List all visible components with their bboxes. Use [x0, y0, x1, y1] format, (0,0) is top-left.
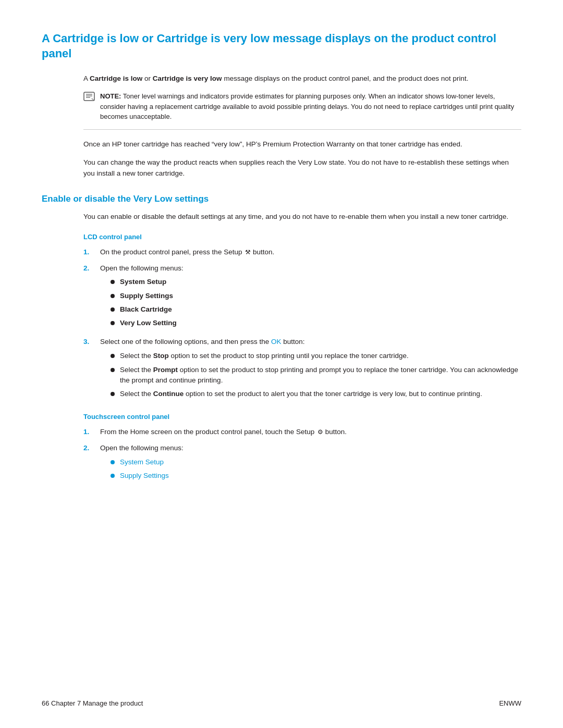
bullet-supply-settings: Supply Settings — [111, 291, 521, 301]
step-2-number: 2. — [83, 263, 100, 332]
step-3-content: Select one of the following options, and… — [100, 337, 521, 402]
bullet-dot-3 — [111, 307, 115, 312]
step-3-bullet-list: Select the Stop option to set the produc… — [111, 351, 521, 399]
bullet-prompt-text: Select the Prompt option to set the prod… — [120, 365, 521, 386]
bullet-stop: Select the Stop option to set the produc… — [111, 351, 521, 361]
touch-step-1: 1. From the Home screen on the product c… — [83, 427, 521, 438]
touch-step-1-number: 1. — [83, 427, 100, 438]
bullet-dot-prompt — [111, 368, 115, 372]
bullet-supply-settings-label: Supply Settings — [120, 291, 173, 301]
note-label: NOTE: — [100, 92, 121, 100]
footer-left: 66 Chapter 7 Manage the product — [42, 699, 143, 707]
touch-step-2-number: 2. — [83, 443, 100, 484]
lcd-step-1: 1. On the product control panel, press t… — [83, 247, 521, 258]
lcd-heading: LCD control panel — [83, 233, 521, 241]
bullet-dot-continue — [111, 392, 115, 396]
bullet-continue-text: Select the Continue option to set the pr… — [120, 389, 482, 399]
lcd-step-3: 3. Select one of the following options, … — [83, 337, 521, 402]
intro-paragraph: A Cartridge is low or Cartridge is very … — [83, 73, 521, 84]
touch-step-2: 2. Open the following menus: System Setu… — [83, 443, 521, 484]
touch-step-1-content: From the Home screen on the product cont… — [100, 427, 521, 438]
page-container: A Cartridge is low or Cartridge is very … — [42, 31, 521, 485]
touchscreen-heading: Touchscreen control panel — [83, 413, 521, 421]
touch-bullet-system-setup: System Setup — [111, 457, 521, 467]
lcd-steps-list: 1. On the product control panel, press t… — [83, 247, 521, 403]
touch-bullet-system-setup-label: System Setup — [120, 457, 164, 467]
footer-right: ENWW — [499, 699, 521, 707]
bullet-system-setup: System Setup — [111, 277, 521, 287]
bullet-system-setup-label: System Setup — [120, 277, 166, 287]
step-2-content: Open the following menus: System Setup S… — [100, 263, 521, 332]
section-title: Enable or disable the Very Low settings — [42, 194, 521, 204]
bullet-dot-4 — [111, 321, 115, 325]
touch-bullet-dot-1 — [111, 460, 115, 464]
bullet-very-low-setting-label: Very Low Setting — [120, 318, 177, 328]
body-para-1: Once an HP toner cartridge has reached “… — [83, 139, 521, 150]
touch-bullet-supply-settings-label: Supply Settings — [120, 471, 169, 481]
ok-link: OK — [271, 338, 282, 346]
touch-step-2-bullet-list: System Setup Supply Settings — [111, 457, 521, 482]
bullet-black-cartridge-label: Black Cartridge — [120, 304, 172, 315]
setup-wrench-icon: ⚒ — [245, 248, 251, 257]
bullet-dot-1 — [111, 280, 115, 284]
step-3-number: 3. — [83, 337, 100, 402]
note-box: NOTE: Toner level warnings and indicator… — [83, 91, 521, 130]
touchscreen-steps-list: 1. From the Home screen on the product c… — [83, 427, 521, 484]
cartridge-low-bold: Cartridge is low — [90, 75, 142, 82]
bullet-stop-text: Select the Stop option to set the produc… — [120, 351, 409, 361]
touch-step-2-content: Open the following menus: System Setup S… — [100, 443, 521, 484]
bullet-very-low-setting: Very Low Setting — [111, 318, 521, 328]
note-body: Toner level warnings and indicators prov… — [100, 92, 514, 120]
footer: 66 Chapter 7 Manage the product ENWW — [42, 699, 521, 707]
bullet-continue: Select the Continue option to set the pr… — [111, 389, 521, 399]
bullet-dot-stop — [111, 354, 115, 358]
step-1-number: 1. — [83, 247, 100, 258]
body-para-2: You can change the way the product react… — [83, 157, 521, 179]
step-1-content: On the product control panel, press the … — [100, 247, 521, 258]
main-title: A Cartridge is low or Cartridge is very … — [42, 31, 521, 61]
touch-setup-icon: ⚙ — [317, 427, 323, 437]
note-text: NOTE: Toner level warnings and indicator… — [100, 91, 521, 122]
touch-bullet-dot-2 — [111, 474, 115, 478]
note-icon — [83, 92, 95, 104]
bullet-dot-2 — [111, 294, 115, 298]
section-body: You can enable or disable the default se… — [83, 212, 521, 485]
bullet-black-cartridge: Black Cartridge — [111, 304, 521, 315]
cartridge-very-low-bold: Cartridge is very low — [153, 75, 222, 82]
touch-bullet-supply-settings: Supply Settings — [111, 471, 521, 481]
bullet-prompt: Select the Prompt option to set the prod… — [111, 365, 521, 386]
step-2-bullet-list: System Setup Supply Settings Black Cartr… — [111, 277, 521, 328]
intro-text: message displays on the product control … — [224, 75, 468, 82]
lcd-step-2: 2. Open the following menus: System Setu… — [83, 263, 521, 332]
section-intro: You can enable or disable the default se… — [83, 212, 521, 223]
